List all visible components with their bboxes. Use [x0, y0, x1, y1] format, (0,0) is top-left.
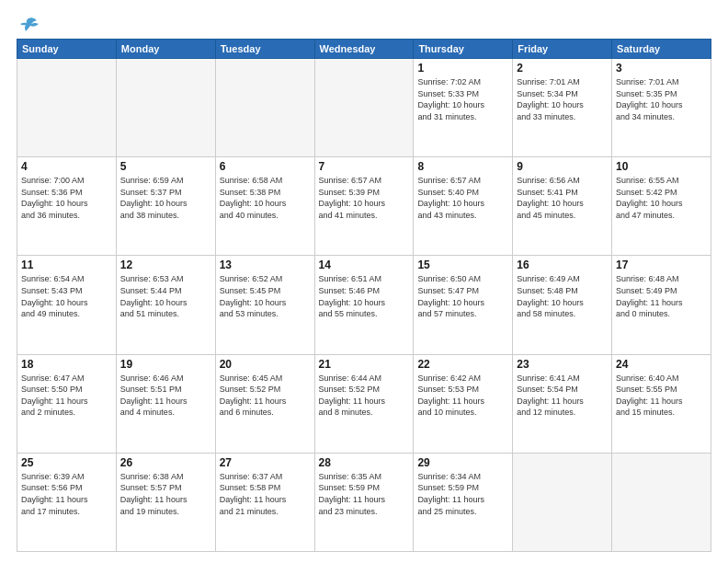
day-number: 12: [120, 259, 211, 271]
calendar-cell: 4Sunrise: 7:00 AM Sunset: 5:36 PM Daylig…: [17, 157, 117, 256]
day-number: 18: [21, 358, 112, 371]
day-number: 25: [21, 456, 112, 469]
calendar-week-row: 11Sunrise: 6:54 AM Sunset: 5:43 PM Dayli…: [17, 256, 711, 354]
calendar-cell: 14Sunrise: 6:51 AM Sunset: 5:46 PM Dayli…: [314, 256, 414, 354]
cell-info: Sunrise: 6:37 AM Sunset: 5:58 PM Dayligh…: [220, 471, 311, 517]
calendar-cell: 19Sunrise: 6:46 AM Sunset: 5:51 PM Dayli…: [116, 354, 215, 453]
day-number: 23: [517, 358, 608, 371]
calendar-week-row: 1Sunrise: 7:02 AM Sunset: 5:33 PM Daylig…: [17, 59, 711, 157]
day-number: 1: [417, 62, 508, 75]
day-number: 7: [319, 160, 410, 173]
day-number: 22: [417, 358, 508, 371]
cell-info: Sunrise: 6:35 AM Sunset: 5:59 PM Dayligh…: [319, 471, 410, 517]
cell-info: Sunrise: 6:53 AM Sunset: 5:44 PM Dayligh…: [120, 273, 211, 319]
calendar-week-row: 4Sunrise: 7:00 AM Sunset: 5:36 PM Daylig…: [17, 157, 711, 256]
calendar-cell: 25Sunrise: 6:39 AM Sunset: 5:56 PM Dayli…: [17, 453, 117, 551]
calendar-cell: 24Sunrise: 6:40 AM Sunset: 5:55 PM Dayli…: [612, 354, 711, 453]
calendar-cell: 27Sunrise: 6:37 AM Sunset: 5:58 PM Dayli…: [215, 453, 314, 551]
day-number: 9: [517, 160, 608, 173]
page: SundayMondayTuesdayWednesdayThursdayFrid…: [0, 0, 728, 563]
day-number: 19: [120, 358, 211, 371]
calendar-cell: 9Sunrise: 6:56 AM Sunset: 5:41 PM Daylig…: [513, 157, 612, 256]
cell-info: Sunrise: 6:54 AM Sunset: 5:43 PM Dayligh…: [21, 273, 112, 319]
cell-info: Sunrise: 6:48 AM Sunset: 5:49 PM Dayligh…: [616, 273, 707, 319]
day-number: 24: [616, 358, 707, 371]
logo-bird-icon: [18, 15, 39, 35]
day-number: 20: [220, 358, 311, 371]
calendar-cell: [314, 59, 414, 157]
cell-info: Sunrise: 6:49 AM Sunset: 5:48 PM Dayligh…: [517, 273, 608, 319]
calendar-cell: 7Sunrise: 6:57 AM Sunset: 5:39 PM Daylig…: [314, 157, 414, 256]
calendar-cell: 23Sunrise: 6:41 AM Sunset: 5:54 PM Dayli…: [513, 354, 612, 453]
day-number: 21: [319, 358, 410, 371]
day-number: 5: [120, 160, 211, 173]
cell-info: Sunrise: 6:52 AM Sunset: 5:45 PM Dayligh…: [220, 273, 311, 319]
cell-info: Sunrise: 6:40 AM Sunset: 5:55 PM Dayligh…: [616, 373, 707, 419]
cell-info: Sunrise: 6:42 AM Sunset: 5:53 PM Dayligh…: [417, 373, 508, 419]
day-number: 13: [220, 259, 311, 271]
col-header-wednesday: Wednesday: [314, 40, 414, 59]
day-number: 8: [417, 160, 508, 173]
col-header-sunday: Sunday: [17, 40, 117, 59]
day-number: 14: [319, 259, 410, 271]
calendar-cell: 1Sunrise: 7:02 AM Sunset: 5:33 PM Daylig…: [414, 59, 513, 157]
cell-info: Sunrise: 6:57 AM Sunset: 5:40 PM Dayligh…: [417, 175, 508, 221]
day-number: 26: [120, 456, 211, 469]
cell-info: Sunrise: 6:47 AM Sunset: 5:50 PM Dayligh…: [21, 373, 112, 419]
calendar-cell: 2Sunrise: 7:01 AM Sunset: 5:34 PM Daylig…: [513, 59, 612, 157]
calendar-cell: 13Sunrise: 6:52 AM Sunset: 5:45 PM Dayli…: [215, 256, 314, 354]
calendar-table: SundayMondayTuesdayWednesdayThursdayFrid…: [17, 39, 711, 552]
col-header-thursday: Thursday: [414, 40, 513, 59]
calendar-cell: [513, 453, 612, 551]
calendar-cell: 17Sunrise: 6:48 AM Sunset: 5:49 PM Dayli…: [612, 256, 711, 354]
calendar-cell: [215, 59, 314, 157]
calendar-cell: 3Sunrise: 7:01 AM Sunset: 5:35 PM Daylig…: [612, 59, 711, 157]
calendar-cell: 21Sunrise: 6:44 AM Sunset: 5:52 PM Dayli…: [314, 354, 414, 453]
calendar-cell: 5Sunrise: 6:59 AM Sunset: 5:37 PM Daylig…: [116, 157, 215, 256]
calendar-cell: 29Sunrise: 6:34 AM Sunset: 5:59 PM Dayli…: [414, 453, 513, 551]
calendar-cell: 22Sunrise: 6:42 AM Sunset: 5:53 PM Dayli…: [414, 354, 513, 453]
calendar-cell: [17, 59, 117, 157]
cell-info: Sunrise: 6:38 AM Sunset: 5:57 PM Dayligh…: [120, 471, 211, 517]
calendar-cell: 16Sunrise: 6:49 AM Sunset: 5:48 PM Dayli…: [513, 256, 612, 354]
calendar-header-row: SundayMondayTuesdayWednesdayThursdayFrid…: [17, 40, 711, 59]
cell-info: Sunrise: 6:58 AM Sunset: 5:38 PM Dayligh…: [220, 175, 311, 221]
calendar-cell: 18Sunrise: 6:47 AM Sunset: 5:50 PM Dayli…: [17, 354, 117, 453]
col-header-monday: Monday: [116, 40, 215, 59]
cell-info: Sunrise: 7:02 AM Sunset: 5:33 PM Dayligh…: [417, 76, 508, 122]
day-number: 11: [21, 259, 112, 271]
day-number: 3: [616, 62, 707, 75]
calendar-cell: 20Sunrise: 6:45 AM Sunset: 5:52 PM Dayli…: [215, 354, 314, 453]
day-number: 6: [220, 160, 311, 173]
cell-info: Sunrise: 7:01 AM Sunset: 5:34 PM Dayligh…: [517, 76, 608, 122]
cell-info: Sunrise: 6:34 AM Sunset: 5:59 PM Dayligh…: [417, 471, 508, 517]
cell-info: Sunrise: 6:57 AM Sunset: 5:39 PM Dayligh…: [319, 175, 410, 221]
calendar-cell: 28Sunrise: 6:35 AM Sunset: 5:59 PM Dayli…: [314, 453, 414, 551]
day-number: 2: [517, 62, 608, 75]
cell-info: Sunrise: 6:39 AM Sunset: 5:56 PM Dayligh…: [21, 471, 112, 517]
calendar-week-row: 18Sunrise: 6:47 AM Sunset: 5:50 PM Dayli…: [17, 354, 711, 453]
calendar-cell: 8Sunrise: 6:57 AM Sunset: 5:40 PM Daylig…: [414, 157, 513, 256]
day-number: 29: [417, 456, 508, 469]
calendar-cell: 10Sunrise: 6:55 AM Sunset: 5:42 PM Dayli…: [612, 157, 711, 256]
cell-info: Sunrise: 6:56 AM Sunset: 5:41 PM Dayligh…: [517, 175, 608, 221]
cell-info: Sunrise: 6:50 AM Sunset: 5:47 PM Dayligh…: [417, 273, 508, 319]
cell-info: Sunrise: 6:44 AM Sunset: 5:52 PM Dayligh…: [319, 373, 410, 419]
calendar-cell: [612, 453, 711, 551]
cell-info: Sunrise: 7:00 AM Sunset: 5:36 PM Dayligh…: [21, 175, 112, 221]
day-number: 28: [319, 456, 410, 469]
col-header-friday: Friday: [513, 40, 612, 59]
cell-info: Sunrise: 7:01 AM Sunset: 5:35 PM Dayligh…: [616, 76, 707, 122]
day-number: 27: [220, 456, 311, 469]
day-number: 4: [21, 160, 112, 173]
calendar-cell: 11Sunrise: 6:54 AM Sunset: 5:43 PM Dayli…: [17, 256, 117, 354]
cell-info: Sunrise: 6:59 AM Sunset: 5:37 PM Dayligh…: [120, 175, 211, 221]
day-number: 17: [616, 259, 707, 271]
day-number: 15: [417, 259, 508, 271]
calendar-cell: 12Sunrise: 6:53 AM Sunset: 5:44 PM Dayli…: [116, 256, 215, 354]
cell-info: Sunrise: 6:55 AM Sunset: 5:42 PM Dayligh…: [616, 175, 707, 221]
day-number: 10: [616, 160, 707, 173]
day-number: 16: [517, 259, 608, 271]
cell-info: Sunrise: 6:41 AM Sunset: 5:54 PM Dayligh…: [517, 373, 608, 419]
cell-info: Sunrise: 6:46 AM Sunset: 5:51 PM Dayligh…: [120, 373, 211, 419]
